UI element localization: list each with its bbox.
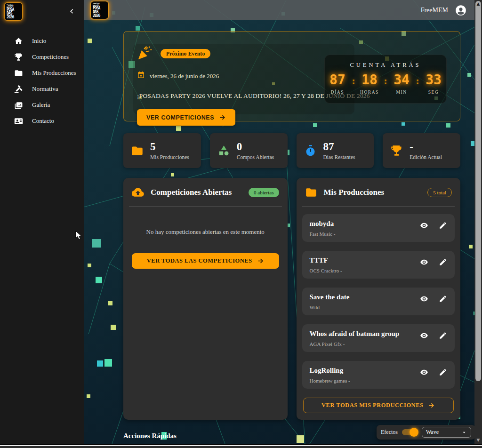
ver-competiciones-label: VER COMPETICIONES	[146, 114, 214, 121]
sidebar-collapse-button[interactable]	[67, 6, 77, 16]
logo-line: 2026	[7, 16, 20, 19]
ver-todas-producciones-label: VER TODAS MIS PRODUCCIONES	[321, 402, 423, 409]
toggle-knob	[410, 428, 418, 437]
production-item: LogRolling Homebrew games -	[302, 361, 455, 389]
effect-select[interactable]: Wave	[422, 427, 471, 438]
calendar-icon	[137, 71, 145, 81]
countdown-hours: 18	[357, 73, 382, 87]
party-popper-icon	[137, 45, 153, 63]
ver-todas-producciones-button[interactable]: VER TODAS MIS PRODUCCIONES	[303, 398, 454, 413]
view-icon[interactable]	[420, 368, 428, 376]
stat-card-producciones: 5 Mis Producciones	[123, 133, 201, 168]
countdown-separator: :	[415, 75, 420, 87]
open-count-badge: 0 abiertas	[249, 188, 279, 197]
countdown-hours-label: HORAS	[357, 90, 382, 95]
productions-panel: Mis Producciones 5 total mobyda Fast Mus…	[297, 178, 461, 420]
sidebar-logo: *amiga party* POSA DAS 2026	[5, 3, 22, 20]
production-item: mobyda Fast Music -	[302, 214, 455, 242]
scrollbar-thumb[interactable]	[475, 1, 481, 381]
edit-icon[interactable]	[439, 295, 447, 303]
folder-icon	[131, 144, 144, 157]
category-icon	[217, 144, 230, 157]
gallery-icon	[14, 101, 23, 110]
hero-banner: Próximo Evento viernes, 26 de junio de 2…	[123, 31, 460, 121]
ver-todas-competiciones-label: VER TODAS LAS COMPETICIONES	[147, 257, 252, 264]
production-name: Save the date	[310, 293, 420, 301]
production-meta: AGA Pixel Gfx -	[310, 341, 420, 347]
stat-label: Edición Actual	[410, 154, 442, 160]
gavel-icon	[14, 85, 23, 94]
ver-competiciones-button[interactable]: VER COMPETICIONES	[137, 109, 235, 126]
sidebar-item-normativa[interactable]: Normativa	[0, 81, 84, 97]
vertical-scrollbar[interactable]: ▲ ▼	[474, 0, 482, 444]
production-name: mobyda	[310, 220, 420, 228]
view-icon[interactable]	[420, 221, 428, 230]
event-date: viernes, 26 de junio de 2026	[150, 72, 219, 80]
sidebar: *amiga party* POSA DAS 2026 Inicio Compe…	[0, 0, 84, 444]
content: Próximo Evento viernes, 26 de junio de 2…	[123, 20, 460, 444]
stat-value: 87	[323, 141, 355, 152]
edit-icon[interactable]	[439, 331, 447, 340]
countdown-days: 87	[325, 73, 350, 87]
arrow-right-icon	[219, 114, 226, 121]
home-icon	[14, 37, 23, 46]
production-meta: Fast Music -	[310, 231, 420, 237]
stat-card-compos: 0 Compos Abiertas	[210, 133, 288, 168]
production-name: TTTF	[310, 256, 420, 264]
sidebar-item-label: Mis Producciones	[32, 69, 76, 77]
edit-icon[interactable]	[439, 368, 447, 376]
production-item: Save the date Wild -	[302, 288, 455, 315]
countdown-separator: :	[383, 75, 388, 87]
view-icon[interactable]	[420, 331, 428, 340]
folder-icon	[305, 186, 317, 199]
sidebar-item-galeria[interactable]: Galería	[0, 97, 84, 113]
competitions-panel: Competiciones Abiertas 0 abiertas No hay…	[123, 178, 288, 420]
chevron-down-icon	[461, 430, 467, 435]
stat-value: 5	[150, 141, 189, 152]
chevron-left-icon	[69, 8, 75, 15]
trophy-icon	[14, 53, 23, 62]
folder-icon	[14, 69, 23, 78]
stat-label: Días Restantes	[323, 154, 355, 160]
view-icon[interactable]	[420, 258, 428, 266]
competitions-panel-title: Competiciones Abiertas	[151, 188, 242, 197]
stat-card-dias: 87 Días Restantes	[297, 133, 374, 168]
effect-select-value: Wave	[426, 429, 439, 436]
scroll-down-arrow[interactable]: ▼	[474, 438, 482, 442]
edit-icon[interactable]	[439, 221, 447, 230]
ver-todas-competiciones-button[interactable]: VER TODAS LAS COMPETICIONES	[132, 253, 279, 269]
arrow-right-icon	[428, 402, 435, 409]
production-item: TTTF OCS Cracktro -	[302, 251, 455, 279]
production-meta: Homebrew games -	[310, 378, 420, 384]
horizontal-scrollbar[interactable]	[0, 444, 482, 448]
effects-label: Efectos	[381, 429, 398, 436]
production-meta: OCS Cracktro -	[310, 268, 420, 273]
topbar-logo: *amiga party* POSA DAS 2026	[91, 1, 108, 19]
next-event-badge: Próximo Evento	[161, 49, 210, 58]
topbar: *amiga party* POSA DAS 2026 FreeMEM	[84, 0, 482, 20]
production-name: LogRolling	[310, 367, 420, 375]
sidebar-item-competiciones[interactable]: Competiciones	[0, 49, 84, 65]
sidebar-item-contacto[interactable]: Contacto	[0, 113, 84, 129]
countdown-title: CUENTA ATRÁS	[325, 62, 446, 69]
stat-label: Compos Abiertas	[237, 154, 274, 160]
empty-state-message: No hay competiciones abiertas en este mo…	[129, 228, 282, 236]
production-item: Whos afraid of batman group AGA Pixel Gf…	[302, 324, 455, 352]
divider	[302, 206, 455, 207]
contact-card-icon	[14, 117, 23, 126]
sidebar-item-inicio[interactable]: Inicio	[0, 33, 84, 49]
view-icon[interactable]	[420, 295, 428, 303]
scroll-up-arrow[interactable]: ▲	[474, 1, 482, 6]
sidebar-item-mis-producciones[interactable]: Mis Producciones	[0, 65, 84, 81]
sidebar-item-label: Competiciones	[32, 53, 69, 61]
countdown-box: CUENTA ATRÁS 87DÍAS : 18HORAS : 34MIN : …	[324, 55, 447, 104]
countdown-separator: :	[351, 75, 356, 87]
effects-toggle[interactable]	[402, 429, 418, 435]
effects-panel: Efectos Wave	[377, 425, 475, 440]
edit-icon[interactable]	[439, 258, 447, 266]
stat-card-edicion: - Edición Actual	[383, 133, 460, 168]
countdown-minutes: 34	[389, 73, 414, 87]
total-count-badge: 5 total	[427, 188, 452, 197]
user-name: FreeMEM	[421, 7, 448, 14]
account-circle-icon[interactable]	[455, 4, 467, 16]
